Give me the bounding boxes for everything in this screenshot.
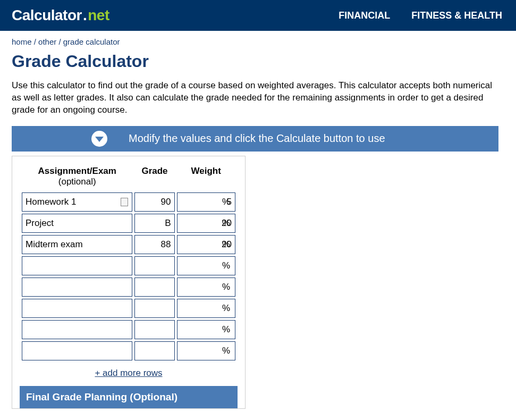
banner-text: Modify the values and click the Calculat… [129, 132, 385, 145]
logo-dot: . [83, 7, 87, 24]
autofill-icon [121, 198, 128, 206]
assignment-input[interactable] [22, 320, 132, 339]
header-assignment: Assignment/Exam(optional) [22, 166, 132, 190]
logo-text-main: Calculator [12, 7, 82, 24]
breadcrumb-sep: / [56, 37, 63, 46]
table-row: % [22, 192, 235, 212]
nav-fitness-health[interactable]: FITNESS & HEALTH [411, 10, 502, 21]
grade-input[interactable] [134, 299, 174, 318]
assignment-input[interactable] [22, 235, 132, 254]
top-nav: FINANCIAL FITNESS & HEALTH [339, 10, 504, 21]
final-planning-header: Final Grade Planning (Optional) [20, 386, 238, 408]
grade-input[interactable] [134, 341, 174, 360]
grade-input[interactable] [134, 214, 174, 233]
site-logo[interactable]: Calculator. net [12, 7, 109, 24]
breadcrumb-home[interactable]: home [12, 37, 32, 46]
grade-input[interactable] [134, 192, 174, 212]
weight-input[interactable] [177, 320, 236, 339]
grade-input[interactable] [134, 256, 174, 275]
weight-input[interactable] [177, 214, 236, 233]
assignment-input[interactable] [22, 256, 132, 275]
page-content: home / other / grade calculator Grade Ca… [0, 31, 516, 409]
assignment-input[interactable] [22, 214, 132, 233]
weight-input[interactable] [177, 278, 236, 297]
table-row: % [22, 235, 235, 254]
chevron-down-icon[interactable] [91, 131, 107, 147]
breadcrumb-current[interactable]: grade calculator [63, 37, 120, 46]
header-weight: Weight [177, 166, 236, 190]
table-row: % [22, 320, 235, 339]
weight-input[interactable] [177, 299, 236, 318]
weight-input[interactable] [177, 341, 236, 360]
nav-financial[interactable]: FINANCIAL [339, 10, 390, 21]
logo-text-net: net [88, 7, 109, 24]
add-more-rows-link[interactable]: + add more rows [95, 368, 162, 378]
header-grade: Grade [134, 166, 174, 190]
breadcrumb-sep: / [32, 37, 39, 46]
calculator-panel: Assignment/Exam(optional) Grade Weight %… [12, 156, 246, 409]
weight-input[interactable] [177, 192, 236, 212]
grades-table: Assignment/Exam(optional) Grade Weight %… [20, 164, 238, 363]
page-title: Grade Calculator [12, 52, 506, 71]
instruction-banner: Modify the values and click the Calculat… [12, 126, 498, 152]
grade-input[interactable] [134, 320, 174, 339]
weight-input[interactable] [177, 235, 236, 254]
grade-input[interactable] [134, 235, 174, 254]
breadcrumb: home / other / grade calculator [12, 37, 506, 46]
site-header: Calculator. net FINANCIAL FITNESS & HEAL… [0, 0, 516, 31]
add-rows-container: + add more rows [20, 363, 238, 386]
assignment-input[interactable] [22, 278, 132, 297]
table-row: % [22, 256, 235, 275]
table-row: % [22, 299, 235, 318]
weight-input[interactable] [177, 256, 236, 275]
assignment-input[interactable] [22, 341, 132, 360]
grade-input[interactable] [134, 278, 174, 297]
table-row: % [22, 341, 235, 360]
table-row: % [22, 278, 235, 297]
assignment-input[interactable] [22, 192, 132, 212]
table-row: % [22, 214, 235, 233]
breadcrumb-other[interactable]: other [38, 37, 56, 46]
assignment-input[interactable] [22, 299, 132, 318]
intro-text: Use this calculator to find out the grad… [12, 80, 501, 116]
